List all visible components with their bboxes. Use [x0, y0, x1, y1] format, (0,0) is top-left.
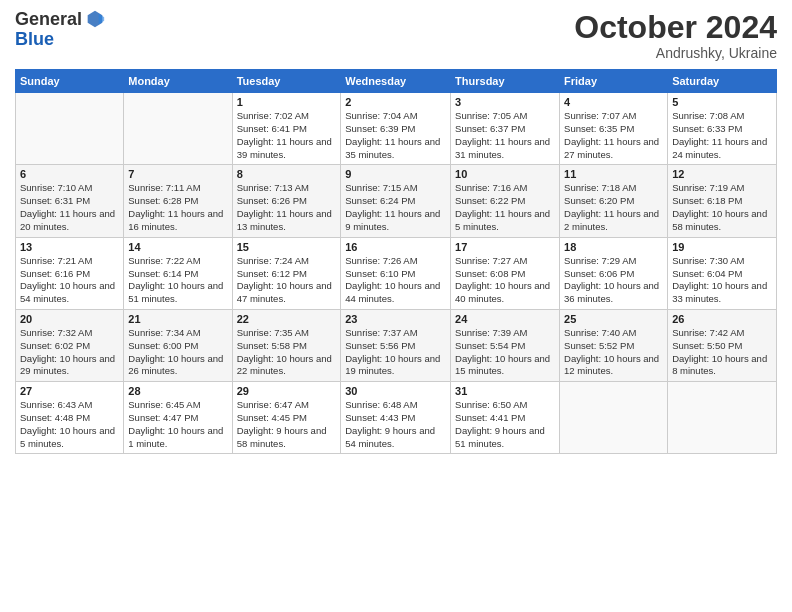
day-number: 26: [672, 313, 772, 325]
day-number: 25: [564, 313, 663, 325]
day-number: 5: [672, 96, 772, 108]
day-number: 29: [237, 385, 337, 397]
day-info: Sunrise: 6:45 AMSunset: 4:47 PMDaylight:…: [128, 399, 227, 450]
day-number: 17: [455, 241, 555, 253]
day-number: 20: [20, 313, 119, 325]
calendar-table: Sunday Monday Tuesday Wednesday Thursday…: [15, 69, 777, 454]
calendar-cell: 16Sunrise: 7:26 AMSunset: 6:10 PMDayligh…: [341, 237, 451, 309]
day-info: Sunrise: 7:21 AMSunset: 6:16 PMDaylight:…: [20, 255, 119, 306]
calendar-cell: 10Sunrise: 7:16 AMSunset: 6:22 PMDayligh…: [451, 165, 560, 237]
logo: General Blue: [15, 10, 106, 50]
day-number: 21: [128, 313, 227, 325]
calendar-cell: 29Sunrise: 6:47 AMSunset: 4:45 PMDayligh…: [232, 382, 341, 454]
calendar-cell: 21Sunrise: 7:34 AMSunset: 6:00 PMDayligh…: [124, 309, 232, 381]
calendar-cell: 18Sunrise: 7:29 AMSunset: 6:06 PMDayligh…: [560, 237, 668, 309]
header: General Blue October 2024 Andrushky, Ukr…: [15, 10, 777, 61]
day-info: Sunrise: 7:26 AMSunset: 6:10 PMDaylight:…: [345, 255, 446, 306]
calendar-cell: 13Sunrise: 7:21 AMSunset: 6:16 PMDayligh…: [16, 237, 124, 309]
day-number: 14: [128, 241, 227, 253]
day-info: Sunrise: 6:43 AMSunset: 4:48 PMDaylight:…: [20, 399, 119, 450]
calendar-week-3: 13Sunrise: 7:21 AMSunset: 6:16 PMDayligh…: [16, 237, 777, 309]
header-monday: Monday: [124, 70, 232, 93]
calendar-week-1: 1Sunrise: 7:02 AMSunset: 6:41 PMDaylight…: [16, 93, 777, 165]
day-info: Sunrise: 7:32 AMSunset: 6:02 PMDaylight:…: [20, 327, 119, 378]
calendar-week-2: 6Sunrise: 7:10 AMSunset: 6:31 PMDaylight…: [16, 165, 777, 237]
day-info: Sunrise: 7:05 AMSunset: 6:37 PMDaylight:…: [455, 110, 555, 161]
calendar-week-5: 27Sunrise: 6:43 AMSunset: 4:48 PMDayligh…: [16, 382, 777, 454]
month-title: October 2024: [574, 10, 777, 45]
day-info: Sunrise: 7:34 AMSunset: 6:00 PMDaylight:…: [128, 327, 227, 378]
calendar-cell: [668, 382, 777, 454]
calendar-cell: 3Sunrise: 7:05 AMSunset: 6:37 PMDaylight…: [451, 93, 560, 165]
day-number: 9: [345, 168, 446, 180]
day-number: 2: [345, 96, 446, 108]
day-number: 28: [128, 385, 227, 397]
day-number: 6: [20, 168, 119, 180]
logo-icon: [84, 8, 106, 30]
day-info: Sunrise: 7:42 AMSunset: 5:50 PMDaylight:…: [672, 327, 772, 378]
calendar-cell: 5Sunrise: 7:08 AMSunset: 6:33 PMDaylight…: [668, 93, 777, 165]
day-info: Sunrise: 7:16 AMSunset: 6:22 PMDaylight:…: [455, 182, 555, 233]
header-thursday: Thursday: [451, 70, 560, 93]
day-number: 10: [455, 168, 555, 180]
calendar-cell: 8Sunrise: 7:13 AMSunset: 6:26 PMDaylight…: [232, 165, 341, 237]
calendar-cell: 28Sunrise: 6:45 AMSunset: 4:47 PMDayligh…: [124, 382, 232, 454]
header-wednesday: Wednesday: [341, 70, 451, 93]
calendar-cell: 1Sunrise: 7:02 AMSunset: 6:41 PMDaylight…: [232, 93, 341, 165]
day-number: 19: [672, 241, 772, 253]
day-info: Sunrise: 7:30 AMSunset: 6:04 PMDaylight:…: [672, 255, 772, 306]
day-info: Sunrise: 7:11 AMSunset: 6:28 PMDaylight:…: [128, 182, 227, 233]
calendar-header-row: Sunday Monday Tuesday Wednesday Thursday…: [16, 70, 777, 93]
calendar-cell: 25Sunrise: 7:40 AMSunset: 5:52 PMDayligh…: [560, 309, 668, 381]
day-info: Sunrise: 6:50 AMSunset: 4:41 PMDaylight:…: [455, 399, 555, 450]
day-number: 16: [345, 241, 446, 253]
day-info: Sunrise: 7:29 AMSunset: 6:06 PMDaylight:…: [564, 255, 663, 306]
day-number: 11: [564, 168, 663, 180]
calendar-cell: 11Sunrise: 7:18 AMSunset: 6:20 PMDayligh…: [560, 165, 668, 237]
day-info: Sunrise: 7:04 AMSunset: 6:39 PMDaylight:…: [345, 110, 446, 161]
header-sunday: Sunday: [16, 70, 124, 93]
calendar-cell: 9Sunrise: 7:15 AMSunset: 6:24 PMDaylight…: [341, 165, 451, 237]
day-number: 31: [455, 385, 555, 397]
logo-blue-text: Blue: [15, 29, 54, 49]
calendar-cell: [560, 382, 668, 454]
calendar-cell: 12Sunrise: 7:19 AMSunset: 6:18 PMDayligh…: [668, 165, 777, 237]
day-info: Sunrise: 7:40 AMSunset: 5:52 PMDaylight:…: [564, 327, 663, 378]
header-saturday: Saturday: [668, 70, 777, 93]
header-friday: Friday: [560, 70, 668, 93]
day-info: Sunrise: 7:39 AMSunset: 5:54 PMDaylight:…: [455, 327, 555, 378]
day-info: Sunrise: 7:18 AMSunset: 6:20 PMDaylight:…: [564, 182, 663, 233]
calendar-cell: [124, 93, 232, 165]
day-number: 30: [345, 385, 446, 397]
day-info: Sunrise: 7:35 AMSunset: 5:58 PMDaylight:…: [237, 327, 337, 378]
location-title: Andrushky, Ukraine: [574, 45, 777, 61]
day-info: Sunrise: 7:37 AMSunset: 5:56 PMDaylight:…: [345, 327, 446, 378]
calendar-cell: 17Sunrise: 7:27 AMSunset: 6:08 PMDayligh…: [451, 237, 560, 309]
day-number: 13: [20, 241, 119, 253]
calendar-cell: 23Sunrise: 7:37 AMSunset: 5:56 PMDayligh…: [341, 309, 451, 381]
day-info: Sunrise: 7:08 AMSunset: 6:33 PMDaylight:…: [672, 110, 772, 161]
calendar-cell: 31Sunrise: 6:50 AMSunset: 4:41 PMDayligh…: [451, 382, 560, 454]
day-info: Sunrise: 7:22 AMSunset: 6:14 PMDaylight:…: [128, 255, 227, 306]
day-info: Sunrise: 6:48 AMSunset: 4:43 PMDaylight:…: [345, 399, 446, 450]
header-tuesday: Tuesday: [232, 70, 341, 93]
day-number: 22: [237, 313, 337, 325]
day-number: 24: [455, 313, 555, 325]
day-number: 27: [20, 385, 119, 397]
calendar-cell: 22Sunrise: 7:35 AMSunset: 5:58 PMDayligh…: [232, 309, 341, 381]
day-number: 15: [237, 241, 337, 253]
calendar-cell: [16, 93, 124, 165]
day-info: Sunrise: 6:47 AMSunset: 4:45 PMDaylight:…: [237, 399, 337, 450]
day-info: Sunrise: 7:02 AMSunset: 6:41 PMDaylight:…: [237, 110, 337, 161]
day-info: Sunrise: 7:15 AMSunset: 6:24 PMDaylight:…: [345, 182, 446, 233]
day-info: Sunrise: 7:07 AMSunset: 6:35 PMDaylight:…: [564, 110, 663, 161]
day-info: Sunrise: 7:13 AMSunset: 6:26 PMDaylight:…: [237, 182, 337, 233]
calendar-cell: 24Sunrise: 7:39 AMSunset: 5:54 PMDayligh…: [451, 309, 560, 381]
calendar-cell: 30Sunrise: 6:48 AMSunset: 4:43 PMDayligh…: [341, 382, 451, 454]
day-number: 23: [345, 313, 446, 325]
day-info: Sunrise: 7:10 AMSunset: 6:31 PMDaylight:…: [20, 182, 119, 233]
day-number: 18: [564, 241, 663, 253]
day-number: 8: [237, 168, 337, 180]
calendar-cell: 19Sunrise: 7:30 AMSunset: 6:04 PMDayligh…: [668, 237, 777, 309]
day-number: 4: [564, 96, 663, 108]
